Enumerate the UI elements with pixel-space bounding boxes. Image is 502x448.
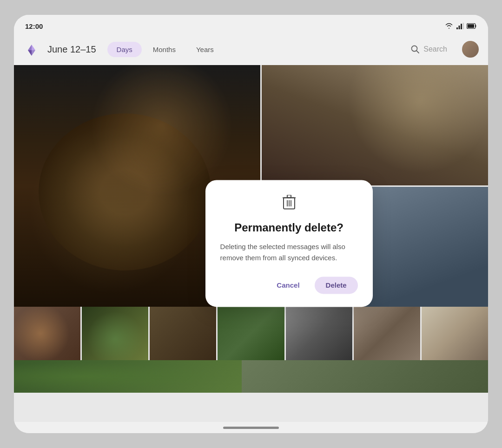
date-label: June 12–15	[47, 44, 96, 55]
home-indicator	[14, 422, 488, 433]
wifi-icon	[444, 23, 454, 29]
cancel-button[interactable]: Cancel	[265, 277, 310, 294]
app-logo	[23, 41, 40, 58]
bottom-strip	[14, 360, 488, 393]
svg-rect-1	[459, 26, 460, 29]
thumb-1[interactable]	[14, 307, 80, 360]
trash-icon	[220, 195, 358, 213]
svg-line-7	[416, 51, 419, 53]
tab-days[interactable]: Days	[107, 42, 142, 57]
dialog-message: Deleting the selected messages will also…	[220, 242, 358, 264]
signal-icon	[456, 23, 464, 29]
status-time: 12:00	[25, 22, 43, 30]
svg-rect-5	[468, 24, 474, 28]
search-icon	[410, 45, 420, 54]
main-content: Permanently delete? Deleting the selecte…	[14, 65, 488, 422]
avatar[interactable]	[462, 41, 479, 58]
svg-rect-10	[287, 195, 291, 198]
thumb-3[interactable]	[150, 307, 216, 360]
tablet-frame: 12:00	[14, 15, 488, 433]
tab-months[interactable]: Months	[144, 42, 185, 57]
thumb-2[interactable]	[82, 307, 148, 360]
status-bar: 12:00	[14, 15, 488, 33]
delete-dialog: Permanently delete? Deleting the selecte…	[205, 180, 373, 307]
svg-rect-0	[456, 27, 458, 29]
status-icons	[444, 23, 477, 29]
thumb-4[interactable]	[218, 307, 284, 360]
tab-years[interactable]: Years	[187, 42, 223, 57]
bottom-photo-right[interactable]	[242, 360, 488, 393]
home-bar	[223, 427, 279, 429]
thumbnail-row	[14, 307, 488, 360]
side-photo-top[interactable]	[262, 65, 488, 185]
top-nav: June 12–15 Days Months Years Search	[14, 33, 488, 65]
view-tabs: Days Months Years	[107, 42, 223, 57]
dialog-title: Permanently delete?	[220, 220, 358, 235]
battery-icon	[467, 23, 477, 29]
dialog-actions: Cancel Delete	[220, 277, 358, 294]
avatar-image	[462, 41, 479, 58]
svg-rect-2	[461, 24, 462, 29]
search-area[interactable]: Search	[410, 45, 447, 54]
search-placeholder: Search	[423, 45, 447, 53]
delete-button[interactable]: Delete	[315, 277, 358, 294]
thumb-7[interactable]	[422, 307, 488, 360]
bottom-photo-left[interactable]	[14, 360, 242, 393]
thumb-6[interactable]	[354, 307, 420, 360]
svg-rect-3	[463, 23, 464, 29]
thumb-5[interactable]	[286, 307, 352, 360]
